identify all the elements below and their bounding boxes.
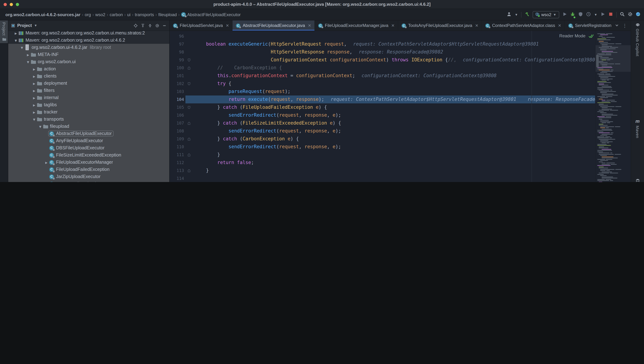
close-icon[interactable]: ✕ [475, 23, 478, 28]
tree-row[interactable]: CAbstractFileUploadExecutor [8, 130, 169, 137]
tree-row[interactable]: ▸deployment [8, 80, 169, 87]
code-line[interactable]: 110 sendErrorRedirect(request, response,… [170, 143, 595, 151]
close-icon[interactable]: ✕ [558, 23, 561, 28]
project-panel-title[interactable]: Project [17, 23, 32, 28]
code-line[interactable]: 98 HttpServletResponse response,response… [170, 48, 595, 56]
shield-icon[interactable] [578, 12, 583, 16]
chevron-right-icon[interactable]: ▸ [32, 80, 37, 86]
line-number[interactable]: 111 [170, 151, 185, 159]
chevron-right-icon[interactable]: ▸ [32, 88, 37, 93]
chevron-down-icon[interactable]: ▼ [594, 13, 597, 16]
sidebar-tab-project[interactable]: Project [0, 20, 8, 43]
line-number[interactable]: 98 [170, 48, 185, 56]
line-number[interactable]: 100 [170, 64, 185, 72]
breadcrumb-item[interactable]: fileupload [157, 12, 178, 18]
close-window-button[interactable] [4, 3, 7, 6]
tree-row[interactable]: ▸Maven: org.wso2.carbon:org.wso2.carbon.… [8, 30, 169, 36]
tree-row[interactable]: ▾org.wso2.carbon.ui-4.6.2.jarlibrary roo… [8, 44, 169, 51]
editor-tab[interactable]: CFileUploadServlet.java✕ [170, 20, 233, 30]
tree-row[interactable]: ▾transports [8, 116, 169, 123]
code-line[interactable]: 101 this.configurationContext = configur… [170, 72, 595, 80]
stop-icon[interactable] [608, 12, 613, 16]
minimize-window-button[interactable] [10, 3, 13, 6]
minimap[interactable] [595, 31, 631, 182]
play-icon[interactable] [600, 12, 605, 16]
editor-tab[interactable]: CContextPathServletAdaptor.class✕ [482, 20, 565, 30]
breadcrumb-item[interactable]: org [84, 12, 92, 18]
code-line[interactable]: 96 [170, 32, 595, 40]
run-configuration-selector[interactable]: wso2▼ [533, 11, 559, 18]
tree-row[interactable]: ▾org.wso2.carbon.ui [8, 58, 169, 65]
line-number[interactable]: 113 [170, 166, 185, 174]
kebab-menu-icon[interactable]: ⋮ [622, 23, 627, 28]
sidebar-tab-database[interactable]: Database [631, 177, 644, 182]
chevron-right-icon[interactable]: ▸ [32, 102, 37, 108]
code-line[interactable]: 105 } catch (FileUploadFailedException e… [170, 104, 595, 111]
gear-icon[interactable] [628, 12, 632, 16]
line-number[interactable]: 107 [170, 119, 185, 127]
editor-vertical-scrollbar[interactable] [596, 54, 599, 68]
chevron-down-icon[interactable]: ▼ [515, 13, 518, 16]
code-line[interactable]: 112 return false; [170, 159, 595, 166]
line-number[interactable]: 96 [170, 32, 185, 40]
chevron-down-icon[interactable] [615, 22, 619, 29]
code-line[interactable]: 100 // CarbonException { [170, 64, 595, 72]
tree-row[interactable]: ▸META-INF [8, 51, 169, 58]
code-line[interactable]: 99 ConfigurationContext configurationCon… [170, 56, 595, 64]
sphere-icon[interactable] [636, 12, 640, 16]
chevron-right-icon[interactable]: ▸ [32, 66, 37, 72]
tree-row[interactable]: ▸clients [8, 72, 169, 80]
sidebar-tab-maven[interactable]: mMaven [631, 117, 644, 140]
line-number[interactable]: 103 [170, 88, 185, 96]
reader-mode-button[interactable]: Reader Mode [559, 34, 585, 38]
line-number[interactable]: 101 [170, 72, 185, 80]
chevron-right-icon[interactable]: ▸ [26, 52, 31, 57]
chevron-right-icon[interactable]: ▸ [32, 109, 37, 115]
chevron-right-icon[interactable]: ▸ [44, 160, 49, 165]
line-number[interactable]: 105 [170, 104, 185, 111]
code-line[interactable]: 102 try { [170, 80, 595, 88]
chevron-down-icon[interactable]: ▼ [34, 24, 37, 27]
tree-row[interactable]: ▾Maven: org.wso2.carbon:org.wso2.carbon.… [8, 36, 169, 44]
line-number[interactable]: 110 [170, 143, 185, 151]
close-icon[interactable]: ✕ [308, 23, 311, 28]
tree-row[interactable]: ▸taglibs [8, 101, 169, 108]
line-number[interactable]: 106 [170, 111, 185, 119]
line-number[interactable]: 104 [170, 96, 185, 104]
chevron-right-icon[interactable]: ▸ [32, 95, 37, 100]
chevron-right-icon[interactable]: ▸ [32, 74, 37, 79]
minimize-icon[interactable] [162, 24, 166, 28]
line-number[interactable]: 102 [170, 80, 185, 88]
tree-row[interactable]: ▸CFileUploadExecutorManager [8, 159, 169, 166]
line-number[interactable]: 99 [170, 56, 185, 64]
code-editor[interactable]: 9697 boolean executeGeneric(HttpServletR… [170, 31, 595, 182]
line-number[interactable]: 112 [170, 159, 185, 166]
profiler-icon[interactable] [586, 12, 591, 16]
code-line[interactable]: 113 } [170, 166, 595, 174]
line-number[interactable]: 109 [170, 135, 185, 143]
breadcrumb-item[interactable]: org.wso2.carbon.ui-4.6.2-sources.jar [4, 12, 81, 18]
tree-row[interactable]: ▸tracker [8, 108, 169, 116]
chevron-down-icon[interactable]: ▾ [26, 59, 31, 64]
breadcrumb-item[interactable]: wso2 [94, 12, 106, 18]
code-line[interactable]: 108 sendErrorRedirect(request, response,… [170, 127, 595, 135]
code-line[interactable]: 97 boolean executeGeneric(HttpServletReq… [170, 40, 595, 48]
line-number[interactable]: 114 [170, 174, 185, 182]
user-icon[interactable] [507, 12, 511, 16]
tree-row[interactable]: CKeyStoreFileUploadExecutor [8, 180, 169, 182]
chevron-down-icon[interactable]: ▾ [38, 124, 43, 129]
expand-all-icon[interactable] [141, 24, 145, 28]
tree-row[interactable]: CDBSFileUploadExecutor [8, 144, 169, 152]
tree-row[interactable]: ▾fileupload [8, 123, 169, 130]
tree-row[interactable]: CAnyFileUploadExecutor [8, 137, 169, 144]
tree-row[interactable]: ▸internal [8, 94, 169, 101]
chevron-down-icon[interactable]: ▾ [20, 45, 25, 50]
breadcrumb-item[interactable]: carbon [109, 12, 124, 18]
chevron-right-icon[interactable]: ▸ [13, 30, 18, 36]
chevron-down-icon[interactable]: ▾ [13, 38, 18, 43]
tree-row[interactable]: ▸filters [8, 87, 169, 94]
tree-row[interactable]: ▸action [8, 65, 169, 72]
code-line[interactable]: 114 [170, 174, 595, 182]
breadcrumb-item[interactable]: ui [126, 12, 132, 18]
tree-row[interactable]: CFileSizeLimitExceededException [8, 152, 169, 159]
